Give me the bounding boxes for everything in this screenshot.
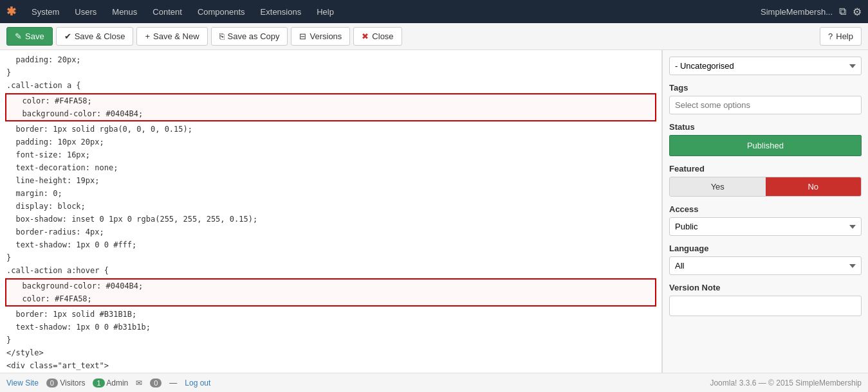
status-bar: View Site 0 Visitors 1 Admin ✉ 0 — Log o… [0,373,868,392]
settings-icon[interactable]: ⚙ [853,6,862,18]
featured-button-group: Yes No [669,177,862,197]
logout-link[interactable]: Log out [185,379,210,388]
code-line: .call-action a { [0,79,661,92]
versions-icon: ⊟ [299,31,306,41]
code-line: color: #F4FA58; [6,292,655,305]
code-editor[interactable]: padding: 20px; } .call-action a { color:… [0,50,662,373]
top-navigation: ✱ System Users Menus Content Components … [0,0,868,23]
close-icon: ✖ [362,31,369,41]
featured-label: Featured [669,164,862,174]
status-field: Status Published [669,122,862,156]
visitors-label: Visitors [60,379,85,388]
code-line: margin: 0; [0,187,661,200]
visitors-badge: 0 Visitors [46,379,86,388]
messages-badge: 0 [150,379,162,388]
code-line: text-shadow: 1px 0 0 #b31b1b; [0,321,661,334]
close-label: Close [372,31,393,41]
help-button[interactable]: ? Help [820,27,862,46]
admin-count: 1 [93,379,104,388]
main-layout: padding: 20px; } .call-action a { color:… [0,50,868,373]
messages-icon: ✉ [136,379,142,388]
question-icon: ? [828,31,833,41]
code-line: </style> [0,346,661,359]
code-line: color: #F4FA58; [6,94,655,107]
help-label: Help [836,31,853,41]
save-button[interactable]: ✎ Save [6,27,53,46]
messages-count: 0 [150,379,162,388]
status-button-group: Published [669,135,862,156]
tags-field: Tags [669,83,862,114]
save-new-label: Save & New [153,31,199,41]
category-field: - Uncategorised [669,57,862,75]
code-line: line-height: 19px; [0,174,661,187]
code-line: border-radius: 4px; [0,226,661,238]
nav-content[interactable]: Content [145,0,190,23]
code-line: border: 1px solid rgba(0, 0, 0, 0.15); [0,123,661,136]
code-line: } [0,251,661,264]
save-copy-button[interactable]: ⎘ Save as Copy [211,27,288,46]
joomla-logo: ✱ [6,4,16,19]
status-right: Joomla! 3.3.6 — © 2015 SimpleMembership [710,379,862,388]
joomla-version: Joomla! 3.3.6 — © 2015 SimpleMembership [710,379,862,388]
code-line: background-color: #0404B4; [6,107,655,120]
tags-label: Tags [669,83,862,93]
category-select[interactable]: - Uncategorised [669,57,862,75]
site-name: SimpleMembersh... [761,7,833,17]
access-field: Access Public [669,204,862,236]
code-line: <div class="art_text"> [0,359,661,372]
nav-help[interactable]: Help [309,0,342,23]
version-note-label: Version Note [669,283,862,292]
nav-menus[interactable]: Menus [104,0,145,23]
nav-extensions[interactable]: Extensions [253,0,309,23]
status-label: Status [669,122,862,132]
access-select[interactable]: Public [669,217,862,236]
save-close-label: Save & Close [75,31,125,41]
tags-input[interactable] [669,96,862,114]
save-new-button[interactable]: + Save & New [136,27,207,46]
language-label: Language [669,244,862,253]
external-link-icon[interactable]: ⧉ [839,6,846,17]
checkmark-icon: ✔ [64,31,71,41]
code-line: border: 1px solid #B31B1B; [0,308,661,321]
close-button[interactable]: ✖ Close [353,27,402,46]
save-close-button[interactable]: ✔ Save & Close [56,27,134,46]
highlighted-code-block: color: #F4FA58; background-color: #0404B… [5,93,656,121]
version-note-input[interactable] [669,296,862,316]
featured-no-button[interactable]: No [766,177,862,196]
code-line: } [0,334,661,346]
nav-menu: System Users Menus Content Components Ex… [24,0,761,23]
featured-field: Featured Yes No [669,164,862,197]
featured-yes-button[interactable]: Yes [670,177,766,196]
visitors-count: 0 [46,379,58,388]
toolbar: ✎ Save ✔ Save & Close + Save & New ⎘ Sav… [0,23,868,50]
admin-badge: 1 Admin [93,379,128,388]
versions-label: Versions [309,31,342,41]
code-line: text-shadow: 1px 0 0 #fff; [0,238,661,251]
nav-system[interactable]: System [24,0,67,23]
save-copy-label: Save as Copy [228,31,280,41]
copy-icon: ⎘ [219,31,225,41]
code-line: .call-action a:hover { [0,264,661,277]
nav-right: SimpleMembersh... ⧉ ⚙ [761,6,862,18]
code-line: } [0,66,661,79]
plus-icon: + [145,31,150,41]
code-line: box-shadow: inset 0 1px 0 rgba(255, 255,… [0,213,661,226]
nav-users[interactable]: Users [67,0,104,23]
right-sidebar: - Uncategorised Tags Status Published Fe… [662,50,868,373]
code-line: padding: 20px; [0,53,661,66]
published-button[interactable]: Published [669,135,862,156]
code-line: padding: 10px 20px; [0,136,661,148]
save-label: Save [25,31,44,41]
language-select[interactable]: All [669,256,862,275]
language-field: Language All [669,244,862,275]
code-line: font-size: 16px; [0,148,661,161]
nav-components[interactable]: Components [190,0,253,23]
separator: — [169,379,177,388]
admin-label: Admin [106,379,128,388]
save-icon: ✎ [15,31,22,41]
versions-button[interactable]: ⊟ Versions [291,27,350,46]
code-line: display: block; [0,200,661,213]
version-note-field: Version Note [669,283,862,316]
view-site-link[interactable]: View Site [6,379,39,388]
code-line: text-decoration: none; [0,161,661,174]
